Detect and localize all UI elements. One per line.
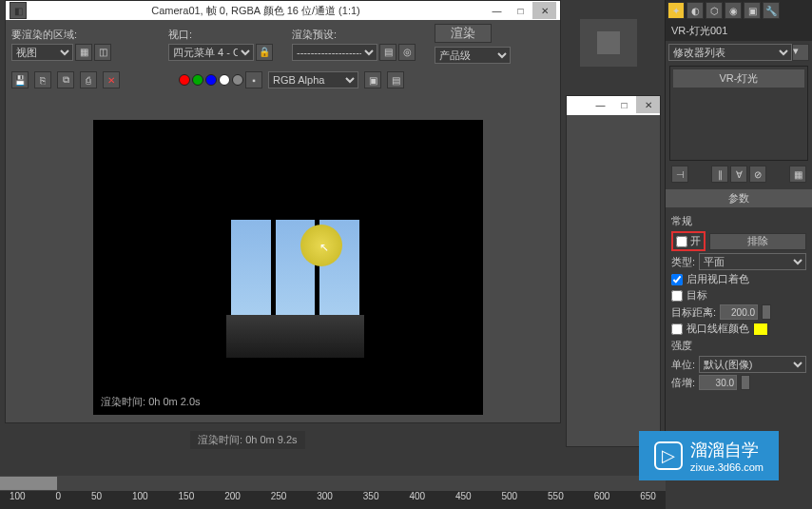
save-icon[interactable]: 💾 bbox=[11, 71, 29, 88]
title-bar[interactable]: ◧ Camera01, 帧 0, RGBA 颜色 16 位/通道 (1:1) —… bbox=[6, 1, 560, 20]
window-title: Camera01, 帧 0, RGBA 颜色 16 位/通道 (1:1) bbox=[27, 4, 485, 18]
watermark-play-icon: ▷ bbox=[654, 441, 683, 470]
modifier-list-select[interactable]: 修改器列表 bbox=[668, 44, 792, 61]
render-viewport[interactable]: ↖ 渲染时间: 0h 0m 2.0s bbox=[93, 120, 483, 415]
render-button[interactable]: 渲染 bbox=[435, 24, 492, 43]
time-slider-track[interactable] bbox=[0, 476, 666, 491]
render-toolbar-1: 要渲染的区域: 视图 ▦ ◫ 视口: 四元菜单 4 - Can 🔒 渲染预设: … bbox=[6, 20, 560, 68]
configure-sets-icon[interactable]: ▦ bbox=[789, 166, 806, 183]
preview-thumbnail[interactable] bbox=[580, 19, 637, 67]
remove-icon[interactable]: ⊘ bbox=[749, 166, 766, 183]
motion-tab-icon[interactable]: ◉ bbox=[725, 2, 742, 19]
create-tab-icon[interactable]: ✦ bbox=[667, 2, 685, 19]
watermark-brand: 溜溜自学 bbox=[690, 440, 759, 460]
sec-minimize-button[interactable]: — bbox=[589, 96, 612, 113]
configure-icon[interactable]: ▾ bbox=[792, 44, 809, 61]
timeline-ticks: 100 0 50 100 150 200 250 300 350 400 450… bbox=[0, 491, 666, 501]
delete-icon[interactable]: ✕ bbox=[103, 71, 120, 88]
minimize-button[interactable]: — bbox=[485, 2, 509, 19]
watermark: ▷ 溜溜自学 zixue.3d66.com bbox=[639, 431, 779, 480]
wire-color-label: 视口线框颜色 bbox=[686, 322, 749, 336]
general-group-label: 常规 bbox=[671, 214, 806, 228]
secondary-title-bar[interactable]: — □ ✕ bbox=[567, 96, 660, 115]
target-dist-label: 目标距离: bbox=[671, 305, 716, 320]
output-select[interactable]: 产品级 bbox=[435, 47, 511, 64]
watermark-url: zixue.3d66.com bbox=[690, 461, 764, 473]
secondary-render-time: 渲染时间: 0h 0m 9.2s bbox=[190, 431, 305, 449]
mono-channel-icon[interactable] bbox=[232, 74, 243, 86]
pane-1 bbox=[231, 220, 271, 315]
modifier-stack[interactable]: VR-灯光 bbox=[669, 66, 808, 161]
maximize-button[interactable]: □ bbox=[509, 2, 532, 19]
target-checkbox[interactable] bbox=[671, 290, 683, 302]
object-name-field[interactable]: VR-灯光001 bbox=[666, 21, 812, 41]
hierarchy-tab-icon[interactable]: ⬡ bbox=[706, 2, 723, 19]
multiplier-label: 倍增: bbox=[671, 376, 695, 390]
crop-icon[interactable]: ◫ bbox=[94, 44, 111, 61]
viewport-select[interactable]: 四元菜单 4 - Can bbox=[168, 44, 254, 61]
units-select[interactable]: 默认(图像) bbox=[699, 356, 806, 373]
channel-dots: ▪ bbox=[179, 71, 262, 88]
render-toolbar-2: 💾 ⎘ ⧉ ⎙ ✕ ▪ RGB Alpha ▣ ▤ bbox=[6, 68, 560, 92]
viewport-shade-checkbox[interactable] bbox=[671, 274, 683, 285]
toggle-a-icon[interactable]: ▣ bbox=[364, 71, 381, 88]
preset-load-icon[interactable]: ▤ bbox=[379, 44, 396, 61]
stack-controls: ⊣ ∥ ∀ ⊘ ▦ bbox=[666, 163, 812, 186]
enable-checkbox[interactable] bbox=[676, 236, 687, 247]
clear-icon[interactable]: ▪ bbox=[245, 71, 262, 88]
floor-reflection bbox=[226, 315, 364, 358]
exclude-button[interactable]: 排除 bbox=[709, 233, 806, 250]
render-frame-window: ◧ Camera01, 帧 0, RGBA 颜色 16 位/通道 (1:1) —… bbox=[5, 0, 561, 423]
area-select[interactable]: 视图 bbox=[11, 44, 73, 61]
wire-color-swatch[interactable] bbox=[753, 323, 768, 336]
modify-tab-icon[interactable]: ◐ bbox=[686, 2, 704, 19]
time-slider-handle[interactable] bbox=[0, 477, 57, 490]
sec-close-button[interactable]: ✕ bbox=[636, 96, 660, 113]
timeline: 100 0 50 100 150 200 250 300 350 400 450… bbox=[0, 476, 666, 509]
channel-select[interactable]: RGB Alpha bbox=[268, 71, 358, 88]
copy-icon[interactable]: ⎘ bbox=[34, 71, 51, 88]
enable-label: 开 bbox=[690, 234, 701, 248]
blue-channel-icon[interactable] bbox=[205, 74, 217, 86]
secondary-window: — □ ✕ bbox=[566, 95, 661, 447]
cursor-highlight bbox=[300, 225, 342, 266]
enable-highlight: 开 bbox=[671, 231, 706, 251]
panel-tabs: ✦ ◐ ⬡ ◉ ▣ 🔧 bbox=[666, 0, 812, 21]
unique-icon[interactable]: ∀ bbox=[730, 166, 747, 183]
target-dist-input[interactable] bbox=[720, 304, 758, 320]
window-light bbox=[231, 220, 359, 315]
region-icon[interactable]: ▦ bbox=[75, 44, 92, 61]
close-button[interactable]: ✕ bbox=[532, 2, 556, 19]
green-channel-icon[interactable] bbox=[192, 74, 203, 86]
lock-icon[interactable]: 🔒 bbox=[256, 44, 273, 61]
target-dist-spinner[interactable] bbox=[762, 304, 771, 320]
multiplier-spinner[interactable] bbox=[741, 375, 750, 390]
show-result-icon[interactable]: ∥ bbox=[711, 166, 728, 183]
red-channel-icon[interactable] bbox=[179, 74, 190, 86]
preset-target-icon[interactable]: ◎ bbox=[398, 44, 416, 61]
params-rollout-body: 常规 开 排除 类型: 平面 启用视口着色 目标 目标距离: 视口线框颜色 bbox=[666, 207, 812, 396]
render-time: 渲染时间: 0h 0m 2.0s bbox=[101, 395, 201, 409]
target-label: 目标 bbox=[686, 288, 707, 303]
area-label: 要渲染的区域: bbox=[11, 28, 111, 42]
viewport-shade-label: 启用视口着色 bbox=[686, 272, 749, 286]
preset-select[interactable]: ------------------- bbox=[292, 44, 377, 61]
print-icon[interactable]: ⎙ bbox=[80, 71, 97, 88]
sec-maximize-button[interactable]: □ bbox=[612, 96, 636, 113]
pin-stack-icon[interactable]: ⊣ bbox=[671, 166, 688, 183]
multiplier-input[interactable] bbox=[699, 375, 737, 390]
display-tab-icon[interactable]: ▣ bbox=[744, 2, 761, 19]
utilities-tab-icon[interactable]: 🔧 bbox=[763, 2, 780, 19]
clone-icon[interactable]: ⧉ bbox=[57, 71, 74, 88]
modifier-item[interactable]: VR-灯光 bbox=[673, 69, 804, 88]
type-label: 类型: bbox=[671, 255, 695, 269]
type-select[interactable]: 平面 bbox=[699, 253, 806, 270]
app-icon: ◧ bbox=[10, 2, 27, 19]
toggle-b-icon[interactable]: ▤ bbox=[387, 71, 404, 88]
params-rollout-header[interactable]: 参数 bbox=[666, 189, 812, 207]
viewport-label: 视口: bbox=[168, 28, 273, 42]
cube-icon bbox=[597, 31, 620, 54]
alpha-channel-icon[interactable] bbox=[219, 74, 230, 86]
wire-color-checkbox[interactable] bbox=[671, 323, 683, 335]
intensity-group-label: 强度 bbox=[671, 339, 806, 353]
